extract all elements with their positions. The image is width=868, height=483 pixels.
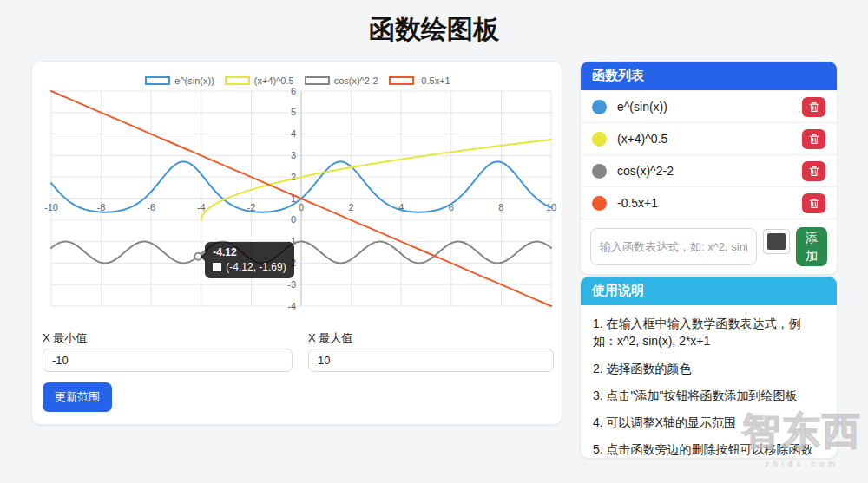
x-max-label: X 最大值	[308, 330, 352, 346]
tooltip-coordinates: (-4.12, -1.69)	[226, 261, 286, 273]
legend-color-swatch	[389, 76, 414, 85]
instruction-item: 1. 在输入框中输入数学函数表达式，例如：x^2, sin(x), 2*x+1	[593, 315, 825, 350]
function-color-dot	[592, 100, 607, 114]
instruction-item: 3. 点击"添加"按钮将函数添加到绘图板	[593, 387, 825, 404]
instructions-header: 使用说明	[581, 277, 837, 305]
function-expression-label: (x+4)^0.5	[617, 132, 667, 146]
function-list-row: e^(sin(x))	[581, 90, 837, 122]
legend-item[interactable]: (x+4)^0.5	[225, 75, 294, 86]
delete-function-button[interactable]	[802, 97, 825, 117]
function-list-card: 函数列表 e^(sin(x))(x+4)^0.5cos(x)^2-2-0.5x+…	[580, 61, 838, 275]
svg-text:8: 8	[498, 202, 503, 212]
svg-text:-6: -6	[147, 202, 155, 212]
legend-color-swatch	[145, 76, 170, 85]
add-function-area: 添加	[581, 219, 837, 274]
svg-text:5: 5	[291, 107, 296, 117]
legend-item[interactable]: cos(x)^2-2	[305, 75, 378, 86]
instruction-item: 2. 选择函数的颜色	[593, 360, 825, 377]
svg-text:-4: -4	[287, 301, 296, 311]
tooltip-color-box	[213, 263, 221, 271]
legend-color-swatch	[225, 76, 250, 85]
function-list-header: 函数列表	[581, 62, 837, 90]
delete-function-button[interactable]	[802, 129, 825, 149]
chart-legend: e^(sin(x))(x+4)^0.5cos(x)^2-2-0.5x+1	[39, 75, 556, 86]
legend-item[interactable]: -0.5x+1	[389, 75, 450, 86]
svg-text:6: 6	[291, 88, 296, 96]
svg-text:-8: -8	[97, 202, 106, 212]
delete-function-button[interactable]	[802, 193, 825, 213]
color-picker-swatch	[767, 233, 786, 250]
trash-icon	[809, 101, 819, 113]
watermark-subtext: zhidx.com	[738, 460, 866, 468]
trash-icon	[809, 134, 819, 145]
chart-card: e^(sin(x))(x+4)^0.5cos(x)^2-2-0.5x+1 654…	[31, 61, 562, 425]
function-list-row: cos(x)^2-2	[581, 154, 837, 186]
function-expression-label: cos(x)^2-2	[617, 164, 674, 178]
trash-icon	[809, 198, 819, 209]
delete-function-button[interactable]	[802, 161, 825, 181]
x-max-input[interactable]	[308, 349, 554, 372]
function-expression-label: e^(sin(x))	[617, 100, 667, 114]
function-expression-label: -0.5x+1	[617, 196, 658, 210]
svg-text:3: 3	[291, 150, 296, 160]
svg-text:0: 0	[291, 214, 296, 225]
function-plot[interactable]: 6543210-1-2-3-4-10-8-6-4-20246810	[39, 88, 556, 323]
color-picker-input[interactable]	[763, 229, 790, 254]
svg-text:0: 0	[299, 202, 304, 212]
legend-label: (x+4)^0.5	[254, 75, 294, 86]
instruction-item: 5. 点击函数旁边的删除按钮可以移除函数	[593, 441, 825, 458]
function-list: e^(sin(x))(x+4)^0.5cos(x)^2-2-0.5x+1	[581, 90, 837, 219]
instructions-list: 1. 在输入框中输入数学函数表达式，例如：x^2, sin(x), 2*x+12…	[581, 305, 837, 459]
chart-area[interactable]: e^(sin(x))(x+4)^0.5cos(x)^2-2-0.5x+1 654…	[39, 69, 556, 329]
x-min-label: X 最小值	[43, 330, 87, 346]
svg-text:-3: -3	[287, 279, 296, 290]
add-function-button[interactable]: 添加	[796, 227, 827, 266]
trash-icon	[809, 166, 819, 177]
svg-text:2: 2	[349, 202, 354, 212]
x-min-input[interactable]	[43, 349, 293, 372]
chart-tooltip: -4.12 (-4.12, -1.69)	[205, 242, 293, 278]
svg-text:-4: -4	[197, 202, 206, 212]
function-list-row: -0.5x+1	[581, 186, 837, 219]
legend-item[interactable]: e^(sin(x))	[145, 75, 214, 86]
instructions-card: 使用说明 1. 在输入框中输入数学函数表达式，例如：x^2, sin(x), 2…	[580, 276, 838, 459]
legend-label: cos(x)^2-2	[334, 75, 378, 86]
function-color-dot	[592, 132, 607, 147]
svg-text:-10: -10	[44, 202, 58, 212]
page-title: 函数绘图板	[0, 12, 868, 48]
legend-color-swatch	[305, 76, 330, 85]
function-color-dot	[592, 164, 607, 179]
function-expression-input[interactable]	[590, 228, 757, 265]
svg-text:2: 2	[291, 172, 296, 182]
svg-text:4: 4	[291, 128, 296, 139]
instruction-item: 4. 可以调整X轴的显示范围	[593, 414, 825, 431]
tooltip-x-value: -4.12	[213, 246, 286, 258]
update-range-button[interactable]: 更新范围	[43, 382, 112, 412]
function-list-row: (x+4)^0.5	[581, 122, 837, 154]
function-color-dot	[592, 196, 607, 211]
legend-label: e^(sin(x))	[174, 75, 214, 86]
legend-label: -0.5x+1	[418, 75, 450, 86]
